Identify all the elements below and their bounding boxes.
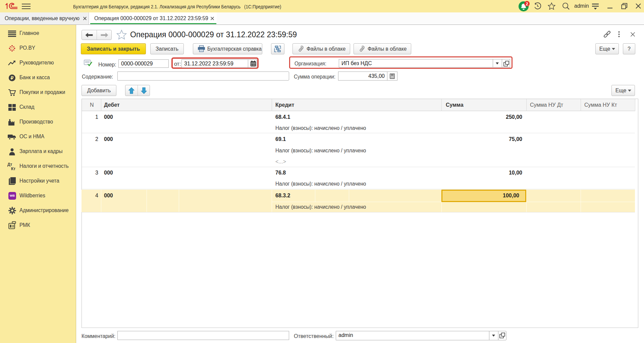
svg-text:2: 2 <box>526 1 528 6</box>
svg-text:₽: ₽ <box>11 75 14 81</box>
